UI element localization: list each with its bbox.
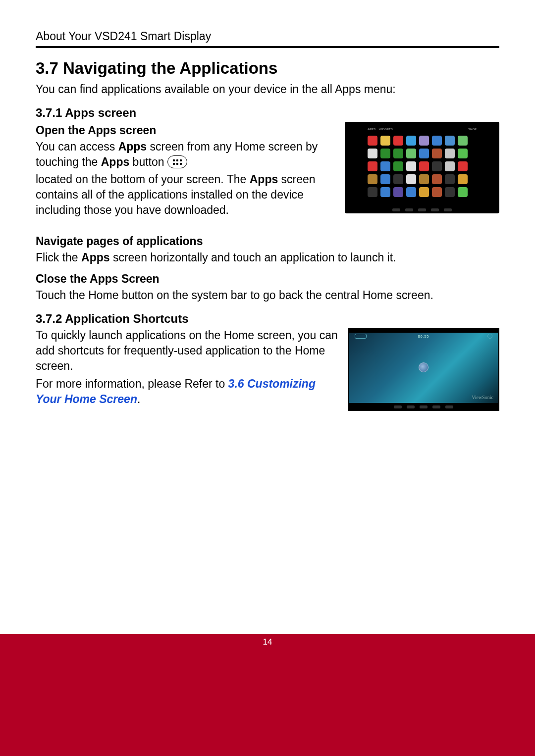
open-paragraph-2: located on the bottom of your screen. Th… bbox=[36, 172, 336, 218]
app-icon bbox=[419, 161, 429, 171]
apps-bold: Apps bbox=[101, 155, 130, 168]
app-icon bbox=[445, 149, 455, 158]
close-heading: Close the Apps Screen bbox=[36, 272, 499, 286]
apps-bold: Apps bbox=[81, 251, 110, 264]
app-icon bbox=[380, 161, 390, 171]
app-icon bbox=[380, 149, 390, 158]
header-rule bbox=[36, 46, 499, 48]
text: You can access bbox=[36, 140, 118, 153]
app-icon bbox=[406, 187, 416, 197]
app-icon bbox=[380, 187, 390, 197]
app-icon bbox=[368, 187, 377, 197]
app-icon bbox=[368, 174, 377, 184]
open-paragraph-1: You can access Apps screen from any Home… bbox=[36, 139, 336, 170]
navigate-heading: Navigate pages of applications bbox=[36, 235, 499, 248]
apps-bold: Apps bbox=[250, 173, 278, 186]
section-intro: You can find applications available on y… bbox=[36, 82, 499, 97]
app-icon bbox=[458, 136, 468, 146]
app-icon bbox=[380, 174, 390, 184]
app-icon bbox=[368, 149, 377, 158]
app-icon bbox=[432, 161, 442, 171]
mic-icon bbox=[487, 334, 492, 339]
close-paragraph: Touch the Home button on the system bar … bbox=[36, 288, 499, 303]
app-icon bbox=[419, 149, 429, 158]
app-icon bbox=[458, 174, 468, 184]
text: For more information, please Refer to bbox=[36, 377, 228, 390]
app-icon bbox=[393, 149, 403, 158]
app-icon bbox=[432, 174, 442, 184]
app-icon bbox=[406, 149, 416, 158]
figure-home-screen: 06:55 ViewSonic bbox=[348, 328, 499, 411]
app-icon bbox=[380, 136, 390, 146]
app-icon bbox=[445, 187, 455, 197]
page-footer: 14 bbox=[0, 634, 535, 756]
app-icon bbox=[368, 161, 377, 171]
app-icon bbox=[419, 187, 429, 197]
app-icon bbox=[445, 174, 455, 184]
app-icon bbox=[445, 161, 455, 171]
shortcuts-paragraph-2: For more information, please Refer to 3.… bbox=[36, 376, 339, 407]
app-icon bbox=[445, 136, 455, 146]
app-icon bbox=[368, 136, 377, 146]
app-icon bbox=[419, 174, 429, 184]
navigate-paragraph: Flick the Apps screen horizontally and t… bbox=[36, 250, 499, 265]
subsection-3-7-2: 3.7.2 Application Shortcuts bbox=[36, 312, 499, 326]
apps-button-icon bbox=[167, 155, 187, 168]
shortcut-icon bbox=[419, 362, 428, 372]
text: screen horizontally and touch an applica… bbox=[110, 251, 396, 264]
section-title: 3.7 Navigating the Applications bbox=[36, 59, 499, 78]
text: located on the bottom of your screen. Th… bbox=[36, 173, 250, 186]
text: APPS bbox=[368, 128, 375, 131]
app-icon bbox=[393, 174, 403, 184]
app-icon bbox=[458, 161, 468, 171]
app-icon bbox=[432, 187, 442, 197]
app-icon bbox=[393, 187, 403, 197]
app-icon bbox=[432, 149, 442, 158]
app-icon bbox=[419, 136, 429, 146]
app-icon bbox=[458, 187, 468, 197]
app-icon bbox=[432, 136, 442, 146]
apps-bold: Apps bbox=[118, 140, 147, 153]
clock-label: 06:55 bbox=[418, 335, 429, 338]
open-heading: Open the Apps screen bbox=[36, 124, 336, 137]
shop-label: SHOP bbox=[468, 128, 477, 134]
app-icon bbox=[393, 136, 403, 146]
subsection-3-7-1: 3.7.1 Apps screen bbox=[36, 106, 499, 120]
text: . bbox=[137, 393, 140, 405]
text: button bbox=[129, 155, 167, 168]
app-icon bbox=[406, 136, 416, 146]
apps-tab: APPS WIDGETS bbox=[368, 128, 393, 134]
running-head: About Your VSD241 Smart Display bbox=[36, 30, 499, 43]
app-icon bbox=[458, 149, 468, 158]
text: WIDGETS bbox=[379, 128, 393, 131]
search-icon bbox=[355, 334, 367, 339]
app-icon bbox=[406, 174, 416, 184]
app-icon bbox=[406, 161, 416, 171]
shortcuts-paragraph-1: To quickly launch applications on the Ho… bbox=[36, 328, 339, 374]
text: Flick the bbox=[36, 251, 81, 264]
figure-apps-screen: APPS WIDGETS SHOP bbox=[345, 122, 499, 213]
brand-label: ViewSonic bbox=[472, 395, 493, 400]
app-icon bbox=[393, 161, 403, 171]
page-number: 14 bbox=[263, 637, 272, 647]
